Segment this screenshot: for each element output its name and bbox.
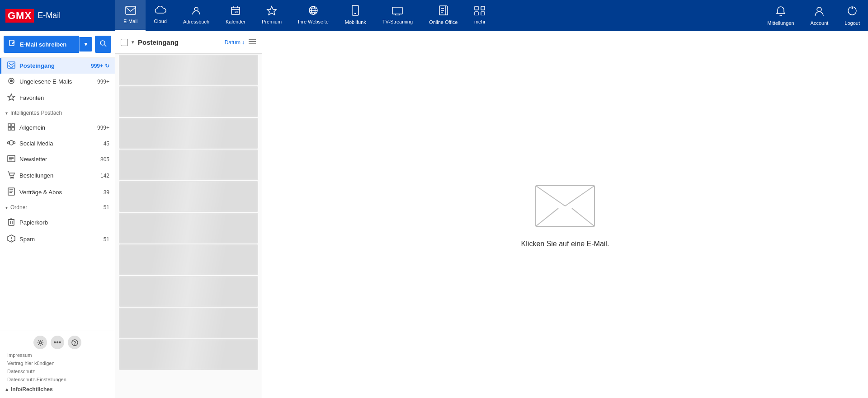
spam-label: Spam bbox=[19, 236, 102, 243]
sidebar-item-vertraege[interactable]: Verträge & Abos 39 bbox=[0, 184, 115, 201]
info-section-header[interactable]: ▴ Info/Rechtliches bbox=[0, 384, 115, 395]
sidebar-footer: ••• Impressum Vertrag hier kündigen Date… bbox=[0, 331, 115, 398]
datenschutz-link[interactable]: Datenschutz bbox=[0, 367, 115, 375]
email-item[interactable] bbox=[119, 213, 258, 243]
email-item[interactable] bbox=[119, 55, 258, 85]
nav-account[interactable]: Account bbox=[802, 0, 837, 31]
svg-rect-23 bbox=[475, 6, 478, 10]
nav-label-email: E-Mail bbox=[123, 19, 137, 24]
posteingang-label: Posteingang bbox=[19, 62, 89, 69]
office-nav-icon bbox=[439, 5, 448, 18]
nav-logout[interactable]: Logout bbox=[836, 0, 868, 31]
ungelesen-count: 999+ bbox=[97, 79, 109, 85]
email-item[interactable] bbox=[119, 276, 258, 307]
email-item[interactable] bbox=[119, 86, 258, 117]
svg-line-32 bbox=[104, 45, 106, 47]
smart-section-header[interactable]: ▾ Intelligentes Postfach bbox=[0, 106, 115, 120]
svg-rect-0 bbox=[126, 6, 136, 14]
kuendigen-link[interactable]: Vertrag hier kündigen bbox=[0, 359, 115, 367]
posteingang-refresh-icon[interactable]: ↻ bbox=[105, 63, 109, 69]
nav-label-account: Account bbox=[811, 20, 829, 26]
nav-item-email[interactable]: E-Mail bbox=[115, 0, 146, 31]
compose-button[interactable]: E-Mail schreiben bbox=[4, 36, 79, 53]
email-label: E-Mail bbox=[38, 11, 61, 20]
nav-items: E-Mail Cloud Adressbuch bbox=[115, 0, 759, 31]
account-icon bbox=[814, 6, 824, 19]
expand-arrow-icon[interactable]: ▾ bbox=[132, 39, 134, 45]
sidebar-item-newsletter[interactable]: Newsletter 805 bbox=[0, 151, 115, 167]
svg-rect-15 bbox=[392, 7, 402, 14]
nav-item-mehr[interactable]: mehr bbox=[466, 0, 494, 31]
email-list-header: ▾ Posteingang Datum ↓ bbox=[115, 31, 262, 54]
nav-item-kalender[interactable]: 23 Kalender bbox=[217, 0, 254, 31]
sidebar-item-papierkorb[interactable]: Papierkorb bbox=[0, 214, 115, 231]
folder-section-label: Ordner bbox=[10, 204, 104, 211]
info-section-label: Info/Rechtliches bbox=[11, 386, 53, 393]
sidebar-item-ungelesen[interactable]: Ungelesene E-Mails 999+ bbox=[0, 74, 115, 89]
sidebar-item-spam[interactable]: Spam 51 bbox=[0, 231, 115, 248]
nav-item-tv[interactable]: TV-Streaming bbox=[374, 0, 421, 31]
logo-area: GMX E-Mail bbox=[0, 0, 115, 31]
svg-point-35 bbox=[10, 80, 13, 82]
sidebar-item-allgemein[interactable]: Allgemein 999+ bbox=[0, 120, 115, 136]
select-all-checkbox[interactable] bbox=[121, 39, 128, 46]
cart-icon bbox=[7, 171, 16, 180]
tv-nav-icon bbox=[392, 5, 403, 18]
folder-section-count: 51 bbox=[104, 204, 109, 211]
nav-right: Mitteilungen Account Logout bbox=[759, 0, 868, 31]
svg-rect-54 bbox=[9, 220, 14, 225]
email-item[interactable] bbox=[119, 244, 258, 275]
email-item[interactable] bbox=[119, 181, 258, 212]
email-item[interactable] bbox=[119, 118, 258, 149]
email-item[interactable] bbox=[119, 150, 258, 180]
email-nav-icon bbox=[125, 6, 136, 17]
compose-edit-icon bbox=[9, 40, 16, 49]
social-icon bbox=[7, 139, 16, 148]
nav-item-office[interactable]: Online Office bbox=[421, 0, 466, 31]
nav-mitteilungen[interactable]: Mitteilungen bbox=[759, 0, 802, 31]
sidebar-item-bestellungen[interactable]: Bestellungen 142 bbox=[0, 167, 115, 184]
spam-count: 51 bbox=[104, 236, 109, 243]
impressum-link[interactable]: Impressum bbox=[0, 351, 115, 359]
nav-item-premium[interactable]: Premium bbox=[254, 0, 290, 31]
svg-marker-36 bbox=[8, 94, 15, 100]
more-options-button[interactable]: ••• bbox=[51, 336, 64, 349]
ellipsis-icon: ••• bbox=[54, 339, 61, 346]
svg-line-72 bbox=[572, 208, 594, 226]
svg-point-62 bbox=[39, 342, 42, 344]
nav-item-cloud[interactable]: Cloud bbox=[146, 0, 175, 31]
mobilfunk-nav-icon bbox=[351, 5, 359, 18]
inbox-title: Posteingang bbox=[138, 38, 225, 46]
email-item[interactable] bbox=[119, 308, 258, 338]
datenschutz-einstellungen-link[interactable]: Datenschutz-Einstellungen bbox=[0, 375, 115, 384]
nav-label-webseite: Ihre Webseite bbox=[298, 19, 329, 24]
chevron-down-icon: ▼ bbox=[83, 41, 89, 47]
allgemein-count: 999+ bbox=[97, 125, 109, 131]
nav-item-mobilfunk[interactable]: Mobilfunk bbox=[337, 0, 374, 31]
sidebar-item-social[interactable]: Social Media 45 bbox=[0, 136, 115, 151]
search-button[interactable] bbox=[95, 36, 111, 53]
bell-icon bbox=[776, 6, 786, 19]
contract-icon bbox=[7, 187, 16, 197]
sidebar-item-posteingang[interactable]: Posteingang 999+ ↻ bbox=[0, 58, 115, 74]
svg-point-48 bbox=[10, 177, 12, 178]
folder-section-header[interactable]: ▾ Ordner 51 bbox=[0, 201, 115, 214]
newsletter-label: Newsletter bbox=[19, 156, 99, 163]
help-button[interactable] bbox=[68, 336, 81, 349]
nav-item-adressbuch[interactable]: Adressbuch bbox=[175, 0, 217, 31]
allgemein-label: Allgemein bbox=[19, 124, 95, 131]
email-item[interactable] bbox=[119, 339, 258, 370]
svg-marker-7 bbox=[267, 6, 276, 15]
view-toggle-icon[interactable] bbox=[248, 38, 256, 47]
nav-item-webseite[interactable]: Ihre Webseite bbox=[290, 0, 337, 31]
sort-button[interactable]: Datum ↓ bbox=[225, 39, 245, 46]
empty-state: Klicken Sie auf eine E-Mail. bbox=[521, 181, 609, 248]
sidebar-item-favoriten[interactable]: Favoriten bbox=[0, 89, 115, 106]
nav-label-premium: Premium bbox=[262, 19, 282, 24]
svg-point-27 bbox=[817, 7, 821, 12]
settings-button[interactable] bbox=[33, 336, 47, 349]
compose-dropdown-button[interactable]: ▼ bbox=[79, 37, 92, 52]
social-count: 45 bbox=[104, 140, 109, 147]
papierkorb-label: Papierkorb bbox=[19, 219, 109, 226]
nav-label-tv: TV-Streaming bbox=[382, 19, 413, 24]
